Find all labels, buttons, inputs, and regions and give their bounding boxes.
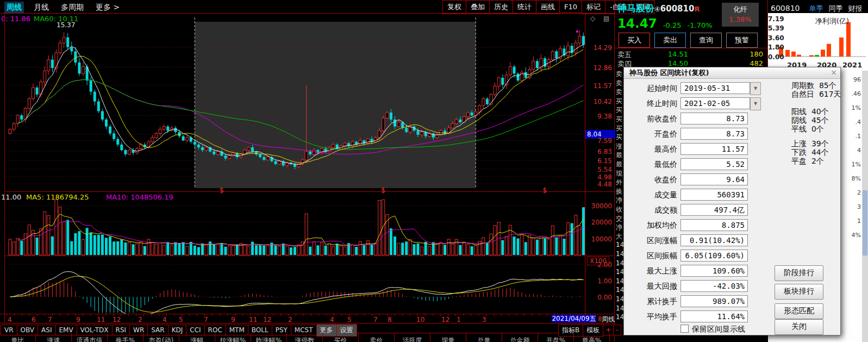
dialog-field-开盘价: 8.73	[680, 128, 748, 140]
dialog-label-开盘价: 开盘价	[634, 129, 677, 139]
status-cell-昨涨幅%[interactable]: 昨涨幅%	[251, 333, 287, 342]
dialog-label-成交量: 成交量	[634, 190, 677, 200]
date-tick-mark	[197, 314, 197, 316]
date-tick-label: 7	[48, 316, 52, 324]
date-tick-mark	[14, 314, 15, 316]
date-tick-mark	[311, 314, 311, 316]
status-cell-现量[interactable]: 现量	[430, 333, 466, 342]
dialog-field-区间振幅: 6.05(109.60%)	[680, 250, 748, 262]
net-profit-bar	[785, 50, 790, 57]
financial-partial-value: 4	[841, 147, 861, 154]
keep-lines-checkbox[interactable]	[680, 325, 689, 333]
status-cell-卖价[interactable]: 卖价	[359, 333, 395, 342]
date-tick-mark	[22, 314, 22, 316]
scrollbar-track[interactable]	[862, 71, 868, 342]
trade-button-查询[interactable]: 查询	[690, 33, 722, 48]
mini-tab-单季[interactable]: 单季	[809, 4, 823, 13]
date-tick-label: 7	[373, 316, 378, 324]
dialog-button-板块排行[interactable]: 板块排行	[775, 284, 823, 300]
trade-button-卖出[interactable]: 卖出	[654, 33, 686, 48]
status-cell-总量[interactable]: 总量	[466, 333, 502, 342]
period-tab-更多 >[interactable]: 更多 >	[93, 2, 122, 14]
mini-chart-title: 净利润(亿)	[815, 16, 849, 26]
scrollbar-thumb[interactable]	[863, 190, 867, 256]
financial-partial-value: .1	[841, 133, 861, 140]
tool-button-复权[interactable]: 复权	[442, 0, 466, 14]
date-tick-label: 4	[330, 316, 334, 324]
financial-partial-value: .4	[841, 119, 861, 126]
status-cell-涨停数[interactable]: 涨停数	[287, 333, 323, 342]
status-cell-最高%[interactable]: 最高%	[574, 333, 610, 342]
status-cell-市盈(动)[interactable]: 市盈(动)	[143, 333, 179, 342]
date-tick-mark	[395, 314, 395, 316]
dialog-label-终止时间: 终止时间	[634, 99, 677, 109]
dialog-button-关闭[interactable]: 关闭	[775, 319, 823, 335]
dialog-button-阶段排行[interactable]: 阶段排行	[775, 265, 823, 281]
dialog-button-形态匹配[interactable]: 形态匹配	[775, 303, 823, 319]
main-candlestick-chart[interactable]: $$$	[4, 13, 585, 323]
dropdown-arrow-icon[interactable]: ▼	[750, 82, 761, 95]
indicator-right--[interactable]: -	[613, 325, 621, 335]
tool-button-F10[interactable]: F10	[559, 1, 582, 13]
date-tick-mark	[433, 314, 433, 316]
price-axis-label: 7.59	[587, 137, 612, 145]
status-cell-量比[interactable]: 量比	[0, 333, 36, 342]
stock-name[interactable]: 神马股份	[617, 3, 654, 14]
book-icon[interactable]: ▤	[603, 15, 609, 22]
period-tab-月线[interactable]: 月线	[32, 2, 51, 14]
trade-button-买入[interactable]: 买入	[619, 33, 650, 48]
date-tick-mark	[105, 314, 106, 316]
dialog-close-icon[interactable]: ×	[830, 68, 837, 77]
date-tick-mark	[516, 314, 517, 316]
volume-axis-label: 10000	[587, 235, 612, 243]
date-tick-mark	[402, 314, 403, 316]
mini-tab-财报[interactable]: 财报	[848, 4, 863, 13]
dialog-field-终止时间[interactable]: 2021-02-05	[680, 97, 750, 109]
status-cell-换手%[interactable]: 换手%	[108, 333, 143, 342]
sliver-text: 交	[616, 214, 622, 223]
mini-tab-同季[interactable]: 同季	[829, 4, 843, 13]
sliver-text: 买	[616, 124, 622, 133]
date-tick-label: 5	[347, 316, 352, 324]
tool-button-历史[interactable]: 历史	[489, 0, 513, 14]
industry-box[interactable]: 化纤 1.38%	[722, 3, 759, 27]
dialog-title[interactable]: 神马股份 区间统计(复权)	[624, 67, 840, 79]
dialog-field-平均换手: 11.64%	[680, 310, 748, 322]
dialog-label-最高价: 最高价	[634, 145, 677, 154]
trade-button-预警[interactable]: 预警	[726, 33, 758, 48]
period-tabs: 周线月线多周期更多 >	[4, 2, 129, 14]
price-axis-label: 9.38	[587, 113, 612, 120]
date-tick-label: 2	[288, 316, 292, 324]
mini-xtick: 2021	[842, 61, 862, 69]
price-change-pct: -1.70%	[688, 21, 713, 29]
dropdown-arrow-icon[interactable]: ▼	[750, 97, 761, 110]
financial-partial-value: 96	[841, 76, 861, 83]
net-profit-bar	[821, 49, 825, 57]
status-cell-流通市值[interactable]: 流通市值	[72, 333, 108, 342]
tool-button-统计[interactable]: 统计	[513, 0, 536, 14]
status-cell-活跃度[interactable]: 活跃度	[395, 333, 430, 342]
date-tick-mark	[212, 314, 213, 316]
net-profit-bar	[791, 52, 796, 57]
status-cell-总金额[interactable]: 总金额	[502, 333, 538, 342]
period-tab-周线[interactable]: 周线	[4, 2, 24, 14]
date-tick-mark	[174, 314, 174, 316]
date-tick-label: 12	[263, 316, 271, 324]
order-book-asks: 卖五14.51180卖四14.50482	[617, 50, 765, 69]
date-tick-mark	[455, 314, 456, 316]
status-cell-买价[interactable]: 买价	[323, 333, 359, 342]
tool-button-叠加[interactable]: 叠加	[466, 0, 490, 14]
status-cell-开盘%[interactable]: 开盘%	[538, 333, 574, 342]
status-cell-涨幅[interactable]: 涨幅	[179, 333, 215, 342]
dialog-field-起始时间[interactable]: 2019-05-31	[680, 82, 750, 94]
date-tick-mark	[501, 314, 502, 316]
diamond-icon[interactable]: ◇	[590, 15, 595, 22]
stock-circle-badge: ④	[654, 5, 660, 13]
status-cell-拉涨幅%[interactable]: 拉涨幅%	[215, 333, 251, 342]
status-cell-涨速[interactable]: 涨速	[36, 333, 72, 342]
tool-button-标记[interactable]: 标记	[582, 0, 605, 14]
app-root: { "top_bar": { "period_tabs": ["周线","月线"…	[0, 0, 868, 342]
tool-button-画线[interactable]: 画线	[536, 0, 560, 14]
date-tick-mark	[296, 314, 296, 316]
period-tab-多周期[interactable]: 多周期	[59, 2, 86, 14]
